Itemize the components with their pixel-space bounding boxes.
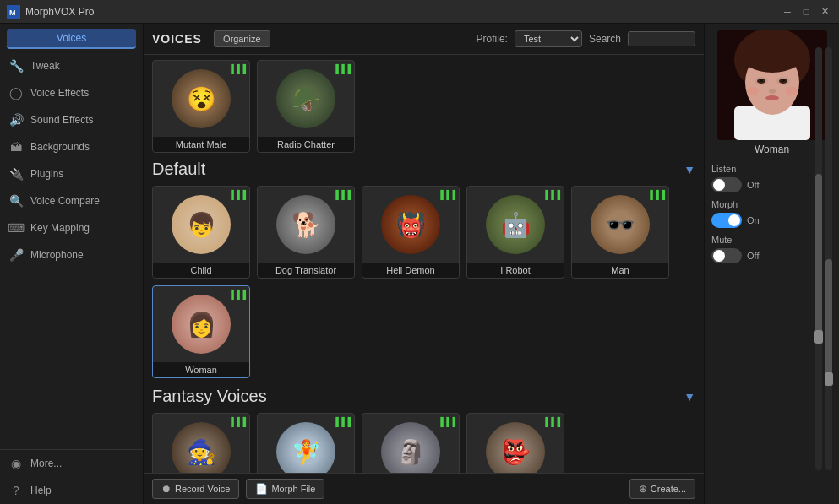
sidebar-backgrounds-label: Backgrounds	[30, 141, 90, 153]
woman-portrait-svg	[717, 30, 827, 140]
sidebar-plugins-label: Plugins	[30, 168, 63, 180]
fantasy-voice-grid: 🧙 ▐▐▐ Dwarf 🧚 ▐▐▐ Female Pixie 🗿	[152, 413, 695, 473]
sidebar-voices-label: Voices	[57, 32, 86, 44]
voice-effects-icon: ◯	[8, 85, 24, 100]
sidebar-item-help[interactable]: ? Help	[0, 477, 143, 504]
voice-card-dwarf[interactable]: 🧙 ▐▐▐ Dwarf	[152, 413, 250, 473]
signal-icon: ▐▐▐	[333, 417, 351, 426]
key-mapping-icon: ⌨	[8, 220, 24, 236]
gnome-avatar: 👺	[486, 422, 545, 473]
sidebar-item-key-mapping[interactable]: ⌨ Key Mapping	[0, 214, 143, 241]
create-icon: ⊕	[639, 483, 647, 495]
sidebar-tweak-label: Tweak	[30, 60, 60, 72]
morph-file-icon: 📄	[255, 483, 268, 495]
sidebar-item-more[interactable]: ◉ More...	[0, 450, 143, 477]
mute-toggle-row: Off	[711, 248, 819, 263]
volume-sliders	[815, 47, 832, 470]
sidebar-item-tweak[interactable]: 🔧 Tweak	[0, 52, 143, 79]
profile-select[interactable]: Test Default Custom	[515, 30, 582, 47]
mute-toggle[interactable]	[711, 248, 742, 263]
listen-toggle[interactable]	[711, 177, 742, 192]
slider-thumb-1[interactable]	[814, 330, 823, 344]
voice-card-man[interactable]: 🕶️ ▐▐▐ Man	[571, 186, 669, 279]
signal-icon: ▐▐▐	[542, 417, 560, 426]
listen-toggle-knob	[713, 179, 725, 191]
morph-toggle-row: On	[711, 213, 819, 228]
volume-slider-2[interactable]	[825, 47, 832, 470]
svg-point-6	[740, 35, 804, 73]
right-voice-label: Woman	[755, 144, 789, 155]
sidebar-voice-compare-label: Voice Compare	[30, 195, 100, 207]
plugins-icon: 🔌	[8, 166, 24, 182]
slider-fill-1	[815, 174, 822, 343]
mute-control: Mute Off	[711, 235, 819, 263]
minimize-button[interactable]: ─	[780, 4, 795, 19]
man-label: Man	[572, 263, 668, 278]
default-section-arrow[interactable]: ▼	[684, 163, 695, 176]
sidebar-item-voices[interactable]: Voices	[7, 29, 136, 49]
sidebar-bottom: ◉ More... ? Help	[0, 449, 143, 504]
svg-text:M: M	[9, 8, 16, 17]
morph-file-button[interactable]: 📄 Morph File	[246, 479, 324, 499]
sound-effects-icon: 🔊	[8, 112, 24, 127]
sidebar-item-backgrounds[interactable]: 🏔 Backgrounds	[0, 133, 143, 160]
organize-button[interactable]: Organize	[214, 30, 270, 47]
volume-slider-1[interactable]	[815, 47, 822, 470]
voice-card-hell-demon[interactable]: 👹 ▐▐▐ Hell Demon	[362, 186, 460, 279]
maximize-button[interactable]: □	[798, 4, 814, 19]
sidebar-item-voice-effects[interactable]: ◯ Voice Effects	[0, 79, 143, 106]
record-voice-button[interactable]: ⏺ Record Voice	[152, 479, 239, 499]
voice-card-radio-chatter[interactable]: 🪖 ▐▐▐ Radio Chatter	[257, 60, 355, 153]
sidebar: Voices 🔧 Tweak ◯ Voice Effects 🔊 Sound E…	[0, 24, 144, 504]
content-area: VOICES Organize Profile: Test Default Cu…	[144, 24, 704, 504]
signal-icon: ▐▐▐	[228, 64, 246, 73]
profile-label: Profile:	[477, 33, 508, 45]
main-layout: Voices 🔧 Tweak ◯ Voice Effects 🔊 Sound E…	[0, 24, 839, 504]
sidebar-item-sound-effects[interactable]: 🔊 Sound Effects	[0, 106, 143, 133]
voice-card-nasty-gnome[interactable]: 👺 ▐▐▐ Nasty Gnome	[466, 413, 564, 473]
create-label: Create...	[651, 484, 686, 494]
mutant-male-label: Mutant Male	[153, 137, 249, 152]
sidebar-help-label: Help	[30, 485, 52, 496]
signal-icon: ▐▐▐	[542, 190, 560, 199]
mute-state: Off	[747, 251, 759, 261]
mutant-male-avatar: 😵	[172, 69, 231, 128]
fantasy-section-title: Fantasy Voices	[152, 387, 267, 406]
svg-point-13	[769, 89, 776, 94]
create-button[interactable]: ⊕ Create...	[629, 479, 695, 499]
default-voice-grid: 👦 ▐▐▐ Child 🐕 ▐▐▐ Dog Translator 👹	[152, 186, 695, 378]
window-controls: ─ □ ✕	[780, 4, 832, 19]
search-input[interactable]	[628, 31, 695, 46]
man-avatar: 🕶️	[591, 195, 650, 254]
voice-card-child[interactable]: 👦 ▐▐▐ Child	[152, 186, 250, 279]
sidebar-microphone-label: Microphone	[30, 249, 84, 261]
voice-card-woman[interactable]: 👩 ▐▐▐ Woman	[152, 285, 250, 378]
woman-label: Woman	[153, 362, 249, 377]
voice-card-giant[interactable]: 🗿 ▐▐▐ Giant	[362, 413, 460, 473]
sidebar-more-label: More...	[30, 458, 62, 469]
fantasy-section-arrow[interactable]: ▼	[684, 390, 695, 404]
voice-card-mutant-male[interactable]: 😵 ▐▐▐ Mutant Male	[152, 60, 250, 153]
right-panel: Woman Listen Off Morph On	[704, 24, 839, 504]
signal-icon: ▐▐▐	[438, 190, 455, 199]
default-section-header: Default ▼	[152, 160, 695, 179]
woman-avatar: 👩	[172, 295, 231, 354]
voice-card-i-robot[interactable]: 🤖 ▐▐▐ I Robot	[466, 186, 564, 279]
voice-card-dog-translator[interactable]: 🐕 ▐▐▐ Dog Translator	[257, 186, 355, 279]
voices-scroll[interactable]: 😵 ▐▐▐ Mutant Male 🪖 ▐▐▐ Radio Chatter De…	[144, 55, 704, 473]
sidebar-item-voice-compare[interactable]: 🔍 Voice Compare	[0, 187, 143, 214]
compare-icon: 🔍	[8, 193, 24, 209]
slider-thumb-2[interactable]	[825, 372, 833, 386]
mute-label: Mute	[711, 235, 819, 245]
morph-toggle[interactable]	[711, 213, 742, 228]
sidebar-item-microphone[interactable]: 🎤 Microphone	[0, 241, 143, 268]
sidebar-item-plugins[interactable]: 🔌 Plugins	[0, 160, 143, 187]
top-voices-row: 😵 ▐▐▐ Mutant Male 🪖 ▐▐▐ Radio Chatter	[152, 60, 695, 153]
robot-label: I Robot	[467, 263, 564, 278]
pixie-avatar: 🧚	[276, 422, 335, 473]
morph-file-label: Morph File	[271, 484, 315, 494]
voices-title: VOICES	[152, 32, 202, 46]
voice-card-female-pixie[interactable]: 🧚 ▐▐▐ Female Pixie	[257, 413, 355, 473]
close-button[interactable]: ✕	[817, 4, 832, 19]
help-icon: ?	[8, 483, 24, 498]
